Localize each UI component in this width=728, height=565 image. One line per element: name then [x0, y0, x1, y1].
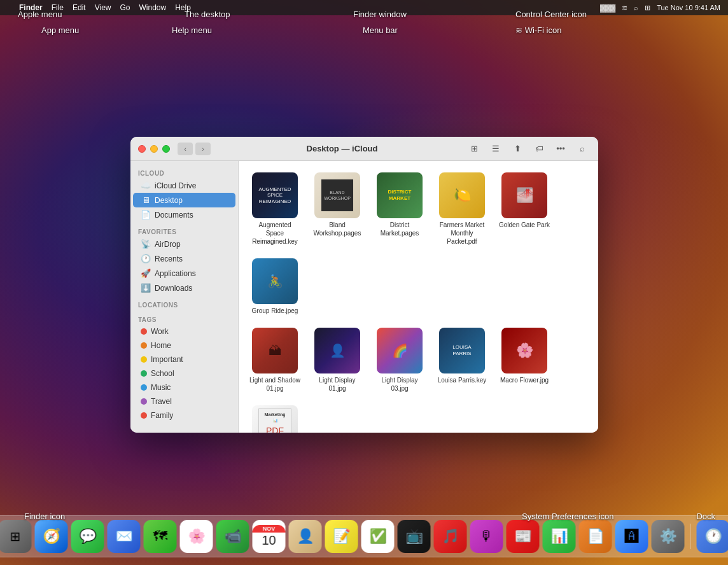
dock-item-screentime[interactable]: 🕐	[697, 520, 729, 553]
sidebar-item-recents[interactable]: 🕐 Recents	[133, 251, 235, 266]
file-name-group: Group Ride.jpeg	[252, 307, 298, 315]
tag-label-school: School	[151, 369, 174, 378]
maximize-button[interactable]	[162, 145, 170, 153]
file-item-louisa[interactable]: LOUISA PARRIS Louisa Parris.key	[433, 324, 491, 396]
view-list-button[interactable]: ☰	[487, 142, 504, 156]
file-grid: AUGMENTED SPICE REIMAGINED Augmented Spa…	[239, 161, 598, 433]
battery-icon: ▓▓▓	[600, 4, 615, 11]
dock-item-syspref[interactable]: ⚙️	[652, 520, 685, 553]
dock-item-music[interactable]: 🎵	[434, 520, 467, 553]
tag-label-travel: Travel	[151, 397, 172, 406]
dock-item-podcasts[interactable]: 🎙	[470, 520, 503, 553]
sidebar-section-icloud: iCloud ☁️ iCloud Drive 🖥 Desktop 📄 Docum…	[130, 166, 238, 222]
sidebar-item-tag-work[interactable]: Work	[133, 324, 235, 338]
dock-item-tv[interactable]: 📺	[398, 520, 431, 553]
dock-item-maps[interactable]: 🗺	[144, 520, 177, 553]
sidebar-item-tag-school[interactable]: School	[133, 366, 235, 380]
tag-button[interactable]: 🏷	[531, 142, 547, 156]
menu-window[interactable]: Window	[139, 3, 167, 12]
dock-item-calendar[interactable]: NOV 10	[253, 520, 286, 553]
file-item-marketing[interactable]: Marketing 📊 PDF Marketing Plan.pdf	[246, 401, 304, 433]
sidebar-item-airdrop[interactable]: 📡 AirDrop	[133, 237, 235, 251]
sidebar-label-applications: Applications	[155, 269, 196, 278]
file-name-golden: Golden Gate Park	[499, 221, 550, 229]
file-item-macro[interactable]: 🌸 Macro Flower.jpg	[496, 324, 553, 396]
dock-item-notes[interactable]: 📝	[325, 520, 358, 553]
sidebar-item-tag-music[interactable]: Music	[133, 380, 235, 394]
wifi-icon[interactable]: ≋	[622, 4, 627, 12]
tag-label-work: Work	[151, 327, 169, 336]
minimize-button[interactable]	[150, 145, 158, 153]
menu-edit[interactable]: Edit	[73, 3, 86, 12]
file-item-bland[interactable]: BLAND WORKSHOP Bland Workshop.pages	[309, 169, 366, 249]
sidebar-item-tag-home[interactable]: Home	[133, 338, 235, 352]
share-button[interactable]: ⬆	[509, 142, 526, 156]
view-icon-button[interactable]: ⊞	[466, 142, 482, 156]
dock-item-mail[interactable]: ✉️	[108, 520, 141, 553]
tag-dot-travel	[141, 398, 147, 405]
forward-button[interactable]: ›	[195, 143, 211, 155]
more-button[interactable]: •••	[552, 142, 569, 156]
dock-item-pages[interactable]: 📄	[579, 520, 612, 553]
file-item-district[interactable]: DISTRICT MARKET District Market.pages	[371, 169, 428, 249]
sidebar-section-favorites: Favorites 📡 AirDrop 🕐 Recents 🚀 Applicat…	[130, 225, 238, 295]
dock-item-appstore[interactable]: 🅰	[615, 520, 648, 553]
dock-item-messages[interactable]: 💬	[71, 520, 104, 553]
traffic-lights	[138, 145, 170, 153]
search-icon[interactable]: ⌕	[634, 4, 638, 11]
applications-icon: 🚀	[141, 269, 151, 278]
dock-item-numbers[interactable]: 📊	[543, 520, 576, 553]
sidebar-item-tag-travel[interactable]: Travel	[133, 394, 235, 408]
file-item-light1[interactable]: 🏔 Light and Shadow 01.jpg	[246, 324, 304, 396]
dock-item-contacts[interactable]: 👤	[289, 520, 322, 553]
menu-file[interactable]: File	[52, 3, 64, 12]
close-button[interactable]	[138, 145, 146, 153]
menu-go[interactable]: Go	[120, 3, 130, 12]
menu-view[interactable]: View	[95, 3, 111, 12]
file-thumb-district: DISTRICT MARKET	[377, 172, 423, 218]
file-item-light2[interactable]: 👤 Light Display 01.jpg	[309, 324, 366, 396]
control-center-icon[interactable]: ⊞	[645, 4, 650, 12]
tag-label-home: Home	[151, 341, 171, 350]
file-thumb-light1: 🏔	[252, 328, 298, 373]
menu-help[interactable]: Help	[175, 3, 191, 12]
file-item-farmers[interactable]: 🍋 Farmers Market Monthly Packet.pdf	[433, 169, 491, 249]
file-item-golden[interactable]: 🌁 Golden Gate Park	[496, 169, 553, 249]
dock-item-reminders[interactable]: ✅	[361, 520, 395, 553]
dock-item-facetime[interactable]: 📹	[216, 520, 249, 553]
file-name-louisa: Louisa Parris.key	[438, 376, 487, 384]
file-thumb-louisa: LOUISA PARRIS	[439, 328, 485, 373]
sidebar-label-desktop: Desktop	[155, 196, 183, 205]
tag-label-important: Important	[151, 355, 183, 364]
annotation-dock-label: Dock	[696, 510, 715, 522]
sidebar-header-locations: Locations	[130, 298, 238, 310]
dock-item-photos[interactable]: 🌸	[180, 520, 213, 553]
sidebar-item-tag-family[interactable]: Family	[133, 408, 235, 422]
file-item-light3[interactable]: 🌈 Light Display 03.jpg	[371, 324, 428, 396]
sidebar-header-favorites: Favorites	[130, 225, 238, 237]
file-name-light3: Light Display 03.jpg	[374, 376, 426, 393]
sidebar-item-tag-important[interactable]: Important	[133, 352, 235, 366]
sidebar-item-documents[interactable]: 📄 Documents	[133, 207, 235, 222]
dock-item-news[interactable]: 📰	[507, 520, 540, 553]
app-menu[interactable]: Finder	[19, 3, 43, 12]
file-thumb-marketing: Marketing 📊 PDF	[252, 405, 298, 433]
search-button[interactable]: ⌕	[574, 142, 591, 156]
file-item-aug[interactable]: AUGMENTED SPICE REIMAGINED Augmented Spa…	[246, 169, 304, 249]
file-thumb-bland: BLAND WORKSHOP	[314, 172, 360, 218]
dock-item-launchpad[interactable]: ⊞	[0, 520, 32, 553]
sidebar-item-icloud-drive[interactable]: ☁️ iCloud Drive	[133, 178, 235, 193]
file-name-farmers: Farmers Market Monthly Packet.pdf	[436, 221, 488, 246]
back-button[interactable]: ‹	[178, 143, 193, 155]
file-item-group[interactable]: 🚴 Group Ride.jpeg	[246, 255, 304, 319]
date-time: Tue Nov 10 9:41 AM	[657, 4, 720, 11]
sidebar-item-downloads[interactable]: ⬇️ Downloads	[133, 281, 235, 295]
file-thumb-macro: 🌸	[501, 328, 547, 373]
dock: ⊞ 🧭 💬 ✉️ 🗺 🌸 📹 NOV 10 👤 📝 ✅ 📺 🎵 🎙 📰 📊 📄 …	[0, 515, 728, 557]
dock-item-safari[interactable]: 🧭	[35, 520, 68, 553]
sidebar-item-applications[interactable]: 🚀 Applications	[133, 266, 235, 281]
file-name-district: District Market.pages	[374, 221, 426, 237]
sidebar-item-desktop[interactable]: 🖥 Desktop	[133, 193, 235, 207]
file-name-bland: Bland Workshop.pages	[311, 221, 363, 237]
recents-icon: 🕐	[141, 254, 151, 263]
